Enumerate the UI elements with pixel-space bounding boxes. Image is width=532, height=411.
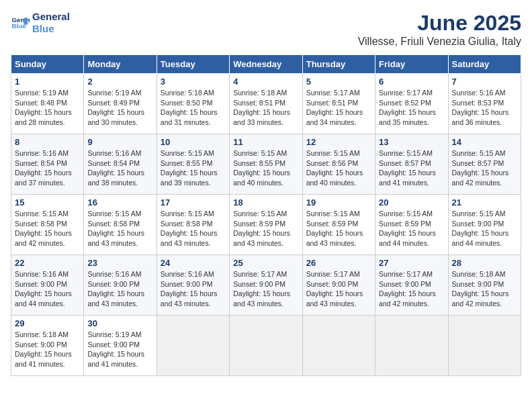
calendar-cell: 17 Sunrise: 5:15 AM Sunset: 8:58 PM Dayl… xyxy=(157,195,229,255)
day-number: 30 xyxy=(87,318,152,328)
calendar-cell: 14 Sunrise: 5:15 AM Sunset: 8:57 PM Dayl… xyxy=(448,134,521,195)
day-number: 9 xyxy=(87,137,152,147)
day-info: Sunrise: 5:16 AM Sunset: 9:00 PM Dayligh… xyxy=(15,269,80,309)
day-number: 20 xyxy=(379,197,444,208)
calendar-cell: 16 Sunrise: 5:15 AM Sunset: 8:58 PM Dayl… xyxy=(84,195,157,255)
day-number: 27 xyxy=(379,258,444,268)
day-info: Sunrise: 5:15 AM Sunset: 8:58 PM Dayligh… xyxy=(87,209,152,248)
day-number: 5 xyxy=(306,77,371,87)
day-info: Sunrise: 5:19 AM Sunset: 8:49 PM Dayligh… xyxy=(87,88,152,128)
calendar-cell xyxy=(448,316,521,376)
calendar-cell: 23 Sunrise: 5:16 AM Sunset: 9:00 PM Dayl… xyxy=(84,255,157,316)
day-info: Sunrise: 5:18 AM Sunset: 8:50 PM Dayligh… xyxy=(161,88,226,128)
calendar-cell: 22 Sunrise: 5:16 AM Sunset: 9:00 PM Dayl… xyxy=(11,255,84,316)
logo-text-general: General xyxy=(32,11,70,23)
week-row-4: 22 Sunrise: 5:16 AM Sunset: 9:00 PM Dayl… xyxy=(11,255,521,316)
week-row-3: 15 Sunrise: 5:15 AM Sunset: 8:58 PM Dayl… xyxy=(11,195,521,255)
calendar-cell: 9 Sunrise: 5:16 AM Sunset: 8:54 PM Dayli… xyxy=(84,134,157,195)
calendar-cell: 4 Sunrise: 5:18 AM Sunset: 8:51 PM Dayli… xyxy=(230,74,302,134)
logo-icon: General Blue xyxy=(11,13,30,32)
day-info: Sunrise: 5:17 AM Sunset: 9:00 PM Dayligh… xyxy=(379,269,444,309)
day-info: Sunrise: 5:17 AM Sunset: 8:51 PM Dayligh… xyxy=(306,88,371,128)
day-info: Sunrise: 5:17 AM Sunset: 8:52 PM Dayligh… xyxy=(379,88,444,128)
calendar-cell: 28 Sunrise: 5:18 AM Sunset: 9:00 PM Dayl… xyxy=(448,255,521,316)
day-info: Sunrise: 5:18 AM Sunset: 9:00 PM Dayligh… xyxy=(452,269,517,309)
header-tuesday: Tuesday xyxy=(157,55,229,74)
day-info: Sunrise: 5:18 AM Sunset: 9:00 PM Dayligh… xyxy=(15,330,80,369)
day-info: Sunrise: 5:17 AM Sunset: 9:00 PM Dayligh… xyxy=(306,269,371,309)
day-info: Sunrise: 5:15 AM Sunset: 8:59 PM Dayligh… xyxy=(233,209,298,248)
calendar-cell: 11 Sunrise: 5:15 AM Sunset: 8:55 PM Dayl… xyxy=(230,134,302,195)
calendar-cell: 13 Sunrise: 5:15 AM Sunset: 8:57 PM Dayl… xyxy=(375,134,448,195)
week-row-5: 29 Sunrise: 5:18 AM Sunset: 9:00 PM Dayl… xyxy=(11,316,521,376)
day-number: 17 xyxy=(161,197,226,208)
week-row-1: 1 Sunrise: 5:19 AM Sunset: 8:48 PM Dayli… xyxy=(11,74,521,134)
day-info: Sunrise: 5:15 AM Sunset: 8:55 PM Dayligh… xyxy=(233,148,298,188)
calendar-cell: 30 Sunrise: 5:19 AM Sunset: 9:00 PM Dayl… xyxy=(84,316,157,376)
calendar-cell: 27 Sunrise: 5:17 AM Sunset: 9:00 PM Dayl… xyxy=(375,255,448,316)
day-number: 10 xyxy=(161,137,226,147)
day-info: Sunrise: 5:19 AM Sunset: 8:48 PM Dayligh… xyxy=(15,88,80,128)
day-info: Sunrise: 5:17 AM Sunset: 9:00 PM Dayligh… xyxy=(233,269,298,309)
day-number: 12 xyxy=(306,137,371,147)
calendar-cell: 25 Sunrise: 5:17 AM Sunset: 9:00 PM Dayl… xyxy=(230,255,302,316)
day-number: 22 xyxy=(15,258,80,268)
title-block: June 2025 Villesse, Friuli Venezia Giuli… xyxy=(358,11,521,48)
day-number: 28 xyxy=(452,258,517,268)
logo: General Blue General Blue xyxy=(11,11,70,35)
calendar-title: June 2025 xyxy=(358,11,521,36)
day-number: 2 xyxy=(87,77,152,87)
day-number: 4 xyxy=(233,77,298,87)
day-number: 16 xyxy=(87,197,152,208)
day-info: Sunrise: 5:15 AM Sunset: 8:58 PM Dayligh… xyxy=(161,209,226,248)
calendar-cell xyxy=(157,316,229,376)
day-info: Sunrise: 5:18 AM Sunset: 8:51 PM Dayligh… xyxy=(233,88,298,128)
weekday-header-row: Sunday Monday Tuesday Wednesday Thursday… xyxy=(11,55,521,74)
day-number: 19 xyxy=(306,197,371,208)
day-info: Sunrise: 5:16 AM Sunset: 9:00 PM Dayligh… xyxy=(161,269,226,309)
header-sunday: Sunday xyxy=(11,55,84,74)
day-info: Sunrise: 5:15 AM Sunset: 8:55 PM Dayligh… xyxy=(161,148,226,188)
calendar-cell: 10 Sunrise: 5:15 AM Sunset: 8:55 PM Dayl… xyxy=(157,134,229,195)
calendar-cell: 29 Sunrise: 5:18 AM Sunset: 9:00 PM Dayl… xyxy=(11,316,84,376)
day-info: Sunrise: 5:16 AM Sunset: 8:53 PM Dayligh… xyxy=(452,88,517,128)
calendar-cell: 6 Sunrise: 5:17 AM Sunset: 8:52 PM Dayli… xyxy=(375,74,448,134)
calendar-cell: 7 Sunrise: 5:16 AM Sunset: 8:53 PM Dayli… xyxy=(448,74,521,134)
logo-text-blue: Blue xyxy=(32,23,70,35)
header-wednesday: Wednesday xyxy=(230,55,302,74)
day-number: 25 xyxy=(233,258,298,268)
day-number: 1 xyxy=(15,77,80,87)
day-number: 23 xyxy=(87,258,152,268)
calendar-cell: 26 Sunrise: 5:17 AM Sunset: 9:00 PM Dayl… xyxy=(302,255,375,316)
day-number: 18 xyxy=(233,197,298,208)
calendar-cell: 20 Sunrise: 5:15 AM Sunset: 8:59 PM Dayl… xyxy=(375,195,448,255)
day-number: 21 xyxy=(452,197,517,208)
day-number: 8 xyxy=(15,137,80,147)
day-info: Sunrise: 5:15 AM Sunset: 8:56 PM Dayligh… xyxy=(306,148,371,188)
day-info: Sunrise: 5:16 AM Sunset: 9:00 PM Dayligh… xyxy=(87,269,152,309)
calendar-cell: 5 Sunrise: 5:17 AM Sunset: 8:51 PM Dayli… xyxy=(302,74,375,134)
day-info: Sunrise: 5:16 AM Sunset: 8:54 PM Dayligh… xyxy=(15,148,80,188)
day-info: Sunrise: 5:15 AM Sunset: 8:57 PM Dayligh… xyxy=(452,148,517,188)
calendar-table: Sunday Monday Tuesday Wednesday Thursday… xyxy=(11,54,521,376)
day-info: Sunrise: 5:15 AM Sunset: 8:59 PM Dayligh… xyxy=(306,209,371,248)
header-saturday: Saturday xyxy=(448,55,521,74)
day-number: 15 xyxy=(15,197,80,208)
page-header: General Blue General Blue June 2025 Vill… xyxy=(11,11,521,48)
calendar-cell: 8 Sunrise: 5:16 AM Sunset: 8:54 PM Dayli… xyxy=(11,134,84,195)
day-info: Sunrise: 5:16 AM Sunset: 8:54 PM Dayligh… xyxy=(87,148,152,188)
calendar-cell: 21 Sunrise: 5:15 AM Sunset: 9:00 PM Dayl… xyxy=(448,195,521,255)
day-info: Sunrise: 5:15 AM Sunset: 8:58 PM Dayligh… xyxy=(15,209,80,248)
header-monday: Monday xyxy=(84,55,157,74)
day-number: 6 xyxy=(379,77,444,87)
day-info: Sunrise: 5:19 AM Sunset: 9:00 PM Dayligh… xyxy=(87,330,152,369)
day-info: Sunrise: 5:15 AM Sunset: 8:57 PM Dayligh… xyxy=(379,148,444,188)
day-number: 29 xyxy=(15,318,80,328)
day-number: 3 xyxy=(161,77,226,87)
calendar-cell: 12 Sunrise: 5:15 AM Sunset: 8:56 PM Dayl… xyxy=(302,134,375,195)
day-info: Sunrise: 5:15 AM Sunset: 8:59 PM Dayligh… xyxy=(379,209,444,248)
day-number: 24 xyxy=(161,258,226,268)
week-row-2: 8 Sunrise: 5:16 AM Sunset: 8:54 PM Dayli… xyxy=(11,134,521,195)
calendar-cell: 1 Sunrise: 5:19 AM Sunset: 8:48 PM Dayli… xyxy=(11,74,84,134)
calendar-cell xyxy=(302,316,375,376)
